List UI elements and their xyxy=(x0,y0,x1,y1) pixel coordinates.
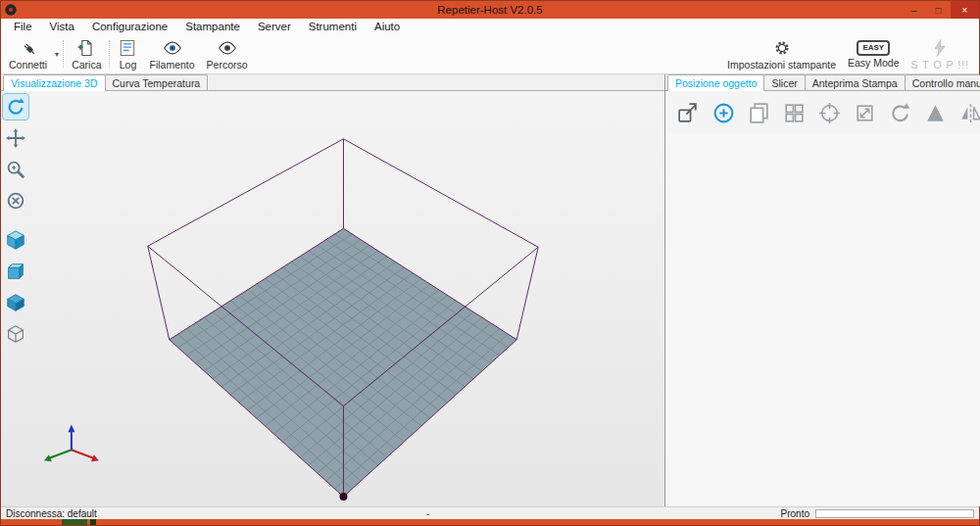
menu-file[interactable]: File xyxy=(5,20,41,33)
lightning-icon xyxy=(930,38,950,58)
status-bar: Disconnessa: default - Pronto xyxy=(1,506,979,519)
menu-vista[interactable]: Vista xyxy=(41,20,83,33)
zoom-view-button[interactable] xyxy=(3,157,28,182)
rotate-view-button[interactable] xyxy=(3,94,28,120)
minimize-button[interactable]: – xyxy=(902,1,926,19)
taskbar-icon-fragment xyxy=(62,519,87,525)
tab-posizione-oggetto[interactable]: Posizione oggetto xyxy=(667,74,764,91)
app-window: Repetier-Host V2.0.5 – □ × File Vista Co… xyxy=(0,0,980,526)
tab-curva-temperatura[interactable]: Curva Temperatura xyxy=(105,74,209,90)
view-side-toolbar xyxy=(3,94,28,347)
rotate-object-icon xyxy=(888,101,912,125)
connection-status: Disconnessa: default xyxy=(6,508,97,519)
view-front-icon xyxy=(5,261,26,282)
view-iso-icon xyxy=(5,229,26,251)
printer-settings-label: Impostazioni stampante xyxy=(727,59,836,71)
printer-settings-button[interactable]: Impostazioni stampante xyxy=(721,35,842,72)
fit-view-button[interactable] xyxy=(3,188,28,214)
left-tab-strip: Visualizzazione 3D Curva Temperatura xyxy=(1,74,664,91)
emergency-stop-button[interactable]: S T O P !!! xyxy=(906,35,975,72)
menu-server[interactable]: Server xyxy=(249,20,300,33)
left-pane: Visualizzazione 3D Curva Temperatura xyxy=(1,74,665,506)
axes-indicator xyxy=(44,424,99,461)
fit-objects-icon xyxy=(5,323,26,345)
menu-stampante[interactable]: Stampante xyxy=(176,20,249,33)
close-button[interactable]: × xyxy=(951,1,979,19)
drop-object-button[interactable] xyxy=(922,100,949,126)
connect-dropdown-arrow-icon[interactable]: ▾ xyxy=(53,35,61,72)
z-axis-arrow xyxy=(68,424,74,432)
top-view-button[interactable] xyxy=(3,290,28,315)
autoposition-button[interactable] xyxy=(781,100,808,126)
rotate-object-button[interactable] xyxy=(887,100,913,126)
scale-object-icon xyxy=(853,101,877,125)
tab-anteprima-stampa[interactable]: Anteprima Stampa xyxy=(805,74,906,90)
right-tab-strip: Posizione oggetto Slicer Anteprima Stamp… xyxy=(665,74,980,91)
menu-configurazione[interactable]: Configurazione xyxy=(83,20,176,33)
log-icon xyxy=(118,38,137,58)
tab-slicer[interactable]: Slicer xyxy=(763,74,805,90)
tab-controllo-manuale[interactable]: Controllo manuale xyxy=(905,74,980,90)
object-placement-toolbar xyxy=(665,91,980,133)
bed-origin-marker xyxy=(339,493,347,501)
maximize-button[interactable]: □ xyxy=(926,1,951,19)
menu-aiuto[interactable]: Aiuto xyxy=(366,20,409,33)
add-object-icon xyxy=(711,101,736,125)
fit-view-icon xyxy=(5,190,26,212)
rotate-icon xyxy=(5,96,26,118)
travel-label: Percorso xyxy=(207,59,248,71)
title-bar: Repetier-Host V2.0.5 – □ × xyxy=(1,1,979,19)
stop-label: S T O P !!! xyxy=(911,59,969,71)
fit-objects-button[interactable] xyxy=(3,321,28,347)
window-title: Repetier-Host V2.0.5 xyxy=(1,4,979,16)
export-object-button[interactable] xyxy=(675,100,702,126)
menu-bar: File Vista Configurazione Stampante Serv… xyxy=(1,19,979,34)
right-pane: Posizione oggetto Slicer Anteprima Stamp… xyxy=(665,74,980,506)
gear-icon xyxy=(772,38,792,58)
log-label: Log xyxy=(120,59,137,71)
menu-strumenti[interactable]: Strumenti xyxy=(300,20,366,33)
ready-status: Pronto xyxy=(781,508,809,519)
center-object-icon xyxy=(817,101,842,125)
mirror-object-icon xyxy=(958,101,980,125)
main-area: Visualizzazione 3D Curva Temperatura xyxy=(1,74,979,506)
show-filament-button[interactable]: Filamento xyxy=(143,35,200,72)
copy-object-button[interactable] xyxy=(746,100,772,126)
load-label: Carica xyxy=(72,59,101,71)
load-file-icon xyxy=(76,38,96,58)
easy-mode-button[interactable]: EASY Easy Mode xyxy=(842,35,906,72)
isometric-view-button[interactable] xyxy=(3,227,28,253)
connect-label: Connetti xyxy=(9,59,47,71)
view-top-icon xyxy=(5,292,26,313)
toolbar-separator xyxy=(109,40,110,68)
taskbar-icon-fragment xyxy=(90,519,96,525)
add-object-button[interactable] xyxy=(710,100,737,126)
drop-object-icon xyxy=(923,101,948,125)
viewport-3d[interactable] xyxy=(1,91,664,506)
object-list-area xyxy=(665,133,980,506)
show-travel-button[interactable]: Percorso xyxy=(201,35,254,72)
copy-object-icon xyxy=(747,101,771,125)
front-view-button[interactable] xyxy=(3,259,28,284)
eye-filament-icon xyxy=(163,38,182,58)
load-button[interactable]: Carica xyxy=(66,35,107,72)
magnifier-icon xyxy=(5,159,26,180)
center-object-button[interactable] xyxy=(816,100,843,126)
progress-bar xyxy=(815,509,974,518)
print-bed-surface xyxy=(170,228,516,497)
print-bed-scene xyxy=(1,91,664,506)
tab-visualizzazione-3d[interactable]: Visualizzazione 3D xyxy=(3,74,106,91)
mirror-object-button[interactable] xyxy=(957,100,980,126)
autoposition-icon xyxy=(782,101,807,125)
scale-object-button[interactable] xyxy=(852,100,878,126)
connect-button[interactable]: Connetti xyxy=(3,35,53,72)
filament-label: Filamento xyxy=(149,59,194,71)
plug-icon xyxy=(19,38,38,58)
log-button[interactable]: Log xyxy=(112,35,143,72)
move-icon xyxy=(5,127,26,149)
eye-travel-icon xyxy=(218,38,237,58)
taskbar-sliver xyxy=(1,519,979,525)
easy-mode-label: Easy Mode xyxy=(848,57,900,69)
move-view-button[interactable] xyxy=(3,125,28,151)
main-toolbar: Connetti ▾ Carica Log Filamento xyxy=(1,34,979,74)
